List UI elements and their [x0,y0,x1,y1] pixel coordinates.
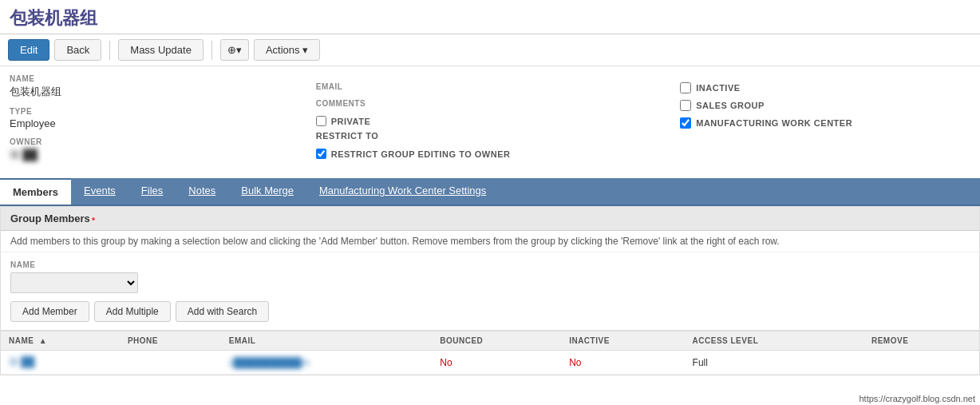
form-section: NAME 包装机器组 TYPE Employee OWNER 张 ██ EMAI… [0,66,980,178]
edit-button[interactable]: Edit [8,39,49,61]
email-label: EMAIL [316,82,665,91]
col-inactive: INACTIVE [561,332,684,351]
add-member-button[interactable]: Add Member [10,301,89,322]
sales-group-label: SALES GROUP [696,101,765,110]
tab-manufacturing[interactable]: Manufacturing Work Center Settings [306,178,499,204]
form-right-col: INACTIVE SALES GROUP MANUFACTURING WORK … [680,74,970,170]
tab-bulk-merge[interactable]: Bulk Merge [228,178,306,204]
members-table: NAME ▲ PHONE EMAIL BOUNCED INACTIVE ACCE… [1,331,979,375]
manufacturing-row: MANUFACTURING WORK CENTER [680,117,970,129]
inactive-label: INACTIVE [696,83,740,93]
comments-field: COMMENTS [316,99,665,108]
panel-title: Group Members [10,212,90,224]
name-col-label: NAME [10,260,970,269]
restrict-group-label: RESTRICT GROUP EDITING TO OWNER [331,149,511,159]
form-middle-col: EMAIL COMMENTS PRIVATE RESTRICT TO RESTR… [316,74,665,170]
tab-files[interactable]: Files [128,178,176,204]
inactive-row: INACTIVE [680,82,970,93]
col-bounced: BOUNCED [432,332,561,351]
col-name[interactable]: NAME ▲ [1,332,120,351]
add-with-search-button[interactable]: Add with Search [176,301,269,322]
cell-email: z██████████m [221,351,432,375]
owner-value: 张 ██ [10,148,300,162]
sort-arrow-icon: ▲ [39,336,47,345]
cell-remove [863,351,979,375]
member-name-link[interactable]: 张 ██ [9,356,34,367]
cell-inactive: No [561,351,684,375]
owner-label: OWNER [10,137,300,146]
add-multiple-button[interactable]: Add Multiple [94,301,171,322]
restrict-to-row: RESTRICT TO [316,131,665,141]
private-label: PRIVATE [331,117,371,126]
private-row: PRIVATE [316,116,665,126]
checkboxes-col: INACTIVE SALES GROUP MANUFACTURING WORK … [680,74,970,129]
private-checkbox[interactable] [316,116,326,126]
access-level-value: Full [693,357,708,368]
sales-group-checkbox[interactable] [680,100,691,111]
member-email-link[interactable]: z██████████m [229,357,310,368]
add-member-section: NAME Add Member Add Multiple Add with Se… [1,252,979,331]
duplicate-button[interactable]: ⊕▾ [220,39,249,61]
col-access-level: ACCESS LEVEL [685,332,863,351]
toolbar-separator2 [211,41,212,60]
back-button[interactable]: Back [54,39,101,61]
tab-notes[interactable]: Notes [176,178,228,204]
toolbar-separator [109,41,110,60]
add-buttons-row: Add Member Add Multiple Add with Search [10,301,970,322]
name-value: 包装机器组 [10,85,300,99]
bounced-value: No [440,357,452,368]
sales-group-row: SALES GROUP [680,100,970,111]
inactive-value: No [569,357,581,368]
manufacturing-checkbox[interactable] [680,117,691,129]
inactive-checkbox[interactable] [680,82,691,93]
type-label: TYPE [10,107,300,116]
name-field: NAME 包装机器组 [10,74,300,99]
form-left-col: NAME 包装机器组 TYPE Employee OWNER 张 ██ [10,74,300,170]
tab-events[interactable]: Events [71,178,128,204]
page-title: 包装机器组 [0,0,980,34]
col-email: EMAIL [221,332,432,351]
actions-button[interactable]: Actions ▾ [254,39,320,61]
name-label: NAME [10,74,300,83]
table-row: 张 ██ z██████████m No No Full [1,351,979,375]
description-part2: Remove members from the group by clickin… [413,236,780,247]
type-field: TYPE Employee [10,107,300,129]
panel-header: Group Members• [1,207,979,231]
col-remove: REMOVE [863,332,979,351]
mass-update-button[interactable]: Mass Update [118,39,204,61]
col-phone: PHONE [120,332,221,351]
tabs-bar: Members Events Files Notes Bulk Merge Ma… [0,178,980,206]
manufacturing-label: MANUFACTURING WORK CENTER [696,118,852,128]
description-part1: Add members to this group by making a se… [10,236,409,247]
cell-access-level: Full [685,351,863,375]
toolbar: Edit Back Mass Update ⊕▾ Actions ▾ [0,34,980,66]
email-field: EMAIL [316,82,665,91]
group-members-panel: Group Members• Add members to this group… [0,206,980,375]
cell-phone [120,351,221,375]
panel-description: Add members to this group by making a se… [1,231,979,252]
comments-label: COMMENTS [316,99,665,108]
required-dot: • [92,212,96,224]
table-header-row: NAME ▲ PHONE EMAIL BOUNCED INACTIVE ACCE… [1,332,979,351]
restrict-to-label: RESTRICT TO [316,131,379,141]
tab-members[interactable]: Members [0,178,71,204]
owner-field: OWNER 张 ██ [10,137,300,162]
cell-name: 张 ██ [1,351,120,375]
type-value: Employee [10,117,300,129]
cell-bounced: No [432,351,561,375]
restrict-group-checkbox[interactable] [316,149,326,159]
member-select[interactable] [10,272,138,293]
restrict-group-row: RESTRICT GROUP EDITING TO OWNER [316,149,665,159]
